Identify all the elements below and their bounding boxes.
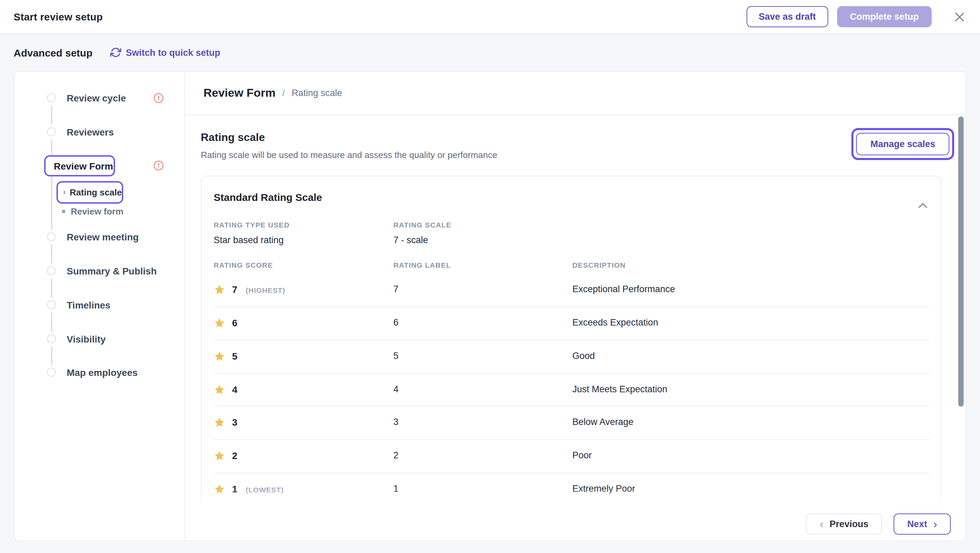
close-icon[interactable] bbox=[953, 10, 966, 24]
step-connector bbox=[51, 347, 52, 365]
rating-score: 5 bbox=[232, 351, 237, 362]
next-button-label: Next bbox=[907, 519, 927, 529]
rating-score: 6 bbox=[232, 317, 237, 328]
rating-score: 2 bbox=[232, 450, 237, 461]
card-title: Standard Rating Scale bbox=[214, 191, 322, 203]
star-icon bbox=[214, 384, 225, 396]
content-area: Review Form / Rating scale Rating scale … bbox=[185, 72, 966, 541]
rating-label-cell: 5 bbox=[393, 351, 398, 361]
table-row: 4 4 Just Meets Expectation bbox=[202, 373, 941, 406]
rating-description-cell: Exceptional Performance bbox=[572, 284, 675, 294]
rating-type-used-value: Star based rating bbox=[214, 235, 284, 245]
sidebar-subitem-rating-scale[interactable]: Rating scale bbox=[56, 181, 123, 204]
step-circle-visibility[interactable] bbox=[47, 335, 56, 343]
row-divider bbox=[214, 340, 930, 341]
step-circle-review-cycle[interactable] bbox=[47, 93, 56, 102]
refresh-icon bbox=[110, 47, 121, 58]
standard-rating-scale-card: Standard Rating Scale RATING TYPE USED R… bbox=[201, 176, 941, 506]
rating-description-cell: Good bbox=[572, 351, 595, 361]
rating-label-cell: 6 bbox=[393, 317, 398, 328]
switch-link-label: Switch to quick setup bbox=[126, 47, 221, 57]
vertical-scrollbar[interactable] bbox=[958, 116, 964, 406]
step-circle-summary-publish[interactable] bbox=[47, 266, 56, 275]
manage-scales-highlight-ring: Manage scales bbox=[851, 128, 955, 160]
sidebar-item-reviewers[interactable]: Reviewers bbox=[67, 126, 114, 138]
step-circle-map-employees[interactable] bbox=[47, 368, 56, 377]
sidebar-item-label: Review Form bbox=[54, 160, 113, 171]
breadcrumb-current: Rating scale bbox=[292, 88, 342, 98]
column-header-rating-score: RATING SCORE bbox=[214, 261, 273, 269]
rating-label-cell: 4 bbox=[393, 384, 398, 394]
star-icon bbox=[214, 450, 225, 462]
breadcrumb-section: Review Form bbox=[204, 86, 275, 100]
row-divider bbox=[214, 306, 930, 307]
top-bar: Start review setup Save as draft Complet… bbox=[0, 0, 980, 34]
rating-score: 4 bbox=[232, 384, 237, 395]
table-row: 6 6 Exceeds Expectation bbox=[202, 306, 941, 340]
sidebar-item-map-employees[interactable]: Map employees bbox=[67, 367, 138, 379]
rating-score: 1 bbox=[232, 483, 237, 494]
rating-description-cell: Just Meets Expectation bbox=[572, 384, 667, 394]
wizard-footer: ‹ Previous Next › bbox=[185, 507, 966, 541]
complete-setup-button[interactable]: Complete setup bbox=[837, 6, 932, 27]
star-icon bbox=[214, 284, 225, 296]
step-connector bbox=[51, 312, 52, 331]
star-icon bbox=[214, 483, 225, 495]
sidebar-subitem-review-form[interactable]: Review form bbox=[71, 206, 124, 217]
rating-label-cell: 7 bbox=[393, 284, 398, 294]
rating-label-cell: 1 bbox=[393, 483, 398, 494]
row-divider bbox=[214, 373, 930, 374]
rating-scale-value: 7 - scale bbox=[393, 235, 428, 245]
previous-button[interactable]: ‹ Previous bbox=[806, 513, 882, 534]
setup-panel: Review cycle ! Reviewers Review Form ! R… bbox=[14, 71, 966, 542]
warning-icon: ! bbox=[154, 161, 163, 170]
table-row: 5 5 Good bbox=[202, 340, 941, 373]
row-divider bbox=[214, 473, 930, 473]
rating-score: 7 bbox=[232, 284, 237, 295]
breadcrumb-separator: / bbox=[282, 88, 285, 98]
sidebar-item-visibility[interactable]: Visibility bbox=[67, 333, 106, 345]
manage-scales-button[interactable]: Manage scales bbox=[856, 133, 950, 155]
start-review-setup-window: Start review setup Save as draft Complet… bbox=[0, 0, 980, 553]
page-title: Start review setup bbox=[14, 11, 103, 22]
step-connector bbox=[51, 105, 52, 124]
rating-description-cell: Poor bbox=[572, 450, 592, 461]
step-connector bbox=[51, 173, 52, 229]
sidebar-item-review-form[interactable]: Review Form bbox=[44, 155, 115, 176]
table-row: 7 (HIGHEST) 7 Exceptional Performance bbox=[202, 273, 941, 306]
row-divider bbox=[214, 406, 930, 406]
warning-icon: ! bbox=[154, 93, 163, 103]
rating-scale-heading: Rating scale bbox=[201, 131, 265, 144]
chevron-up-icon[interactable] bbox=[918, 199, 928, 211]
star-icon bbox=[214, 351, 225, 362]
step-connector bbox=[51, 244, 52, 264]
next-button[interactable]: Next › bbox=[894, 513, 951, 534]
sidebar-item-summary-publish[interactable]: Summary & Publish bbox=[67, 265, 157, 277]
bullet-icon bbox=[64, 191, 64, 194]
rating-type-used-label: RATING TYPE USED bbox=[214, 221, 290, 229]
step-connector bbox=[51, 279, 52, 298]
table-row: 2 2 Poor bbox=[202, 439, 941, 473]
sidebar-item-review-meeting[interactable]: Review meeting bbox=[67, 231, 139, 243]
bullet-icon bbox=[62, 210, 65, 213]
rating-scale-description: Rating scale will be used to measure and… bbox=[201, 150, 497, 160]
setup-stepper-sidebar: Review cycle ! Reviewers Review Form ! R… bbox=[14, 72, 185, 541]
step-circle-review-meeting[interactable] bbox=[47, 232, 56, 241]
sidebar-item-review-cycle[interactable]: Review cycle bbox=[67, 92, 126, 104]
previous-button-label: Previous bbox=[830, 519, 869, 529]
step-circle-reviewers[interactable] bbox=[47, 127, 56, 136]
row-divider bbox=[214, 439, 930, 440]
step-circle-timelines[interactable] bbox=[47, 300, 56, 309]
rating-scale-label: RATING SCALE bbox=[393, 221, 451, 229]
save-as-draft-button[interactable]: Save as draft bbox=[746, 6, 828, 27]
rating-score-tag: (LOWEST) bbox=[246, 486, 284, 494]
sidebar-item-timelines[interactable]: Timelines bbox=[67, 299, 111, 311]
chevron-left-icon: ‹ bbox=[820, 518, 824, 529]
rating-label-cell: 3 bbox=[393, 417, 398, 427]
switch-to-quick-setup-link[interactable]: Switch to quick setup bbox=[110, 47, 221, 58]
star-icon bbox=[214, 417, 225, 429]
breadcrumb: Review Form / Rating scale bbox=[185, 72, 966, 115]
rating-description-cell: Below Average bbox=[572, 417, 633, 427]
star-icon bbox=[214, 317, 225, 329]
column-header-description: DESCRIPTION bbox=[572, 261, 626, 269]
